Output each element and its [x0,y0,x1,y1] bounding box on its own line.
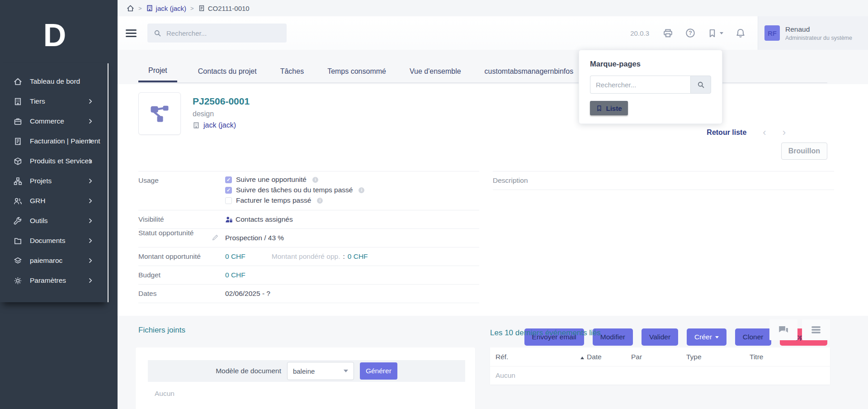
prev-record-arrow[interactable]: ‹ [763,127,766,138]
bookmarks-search-button[interactable] [690,76,711,94]
search-icon [154,29,161,37]
bookmarks-popup-title: Marque-pages [590,60,711,68]
print-button[interactable] [663,28,673,38]
opp-weighted-value: 0 CHF [348,252,368,261]
next-record-arrow[interactable]: › [783,127,786,138]
breadcrumb-separator: > [138,5,142,12]
events-col-titre[interactable]: Titre [750,353,830,361]
printer-icon [663,28,673,38]
sidebar-item-label: Tableau de bord [30,77,80,86]
user-menu[interactable]: RF Renaud Administrateur du système [758,16,868,50]
avatar: RF [764,25,780,41]
tab-customtabsmanagernbinfos[interactable]: customtabsmanagernbinfos [482,67,576,82]
checkbox-facturer-temps[interactable] [225,197,232,204]
home-icon [14,77,22,86]
user-name: Renaud [785,25,852,33]
opp-status-value: Prospection / 43 % [225,234,284,242]
project-thumbnail [138,92,181,135]
back-to-list-link[interactable]: Retour liste [707,128,746,137]
events-header: Les 10 derniers événements liés [490,319,830,340]
events-col-par[interactable]: Par [631,353,686,361]
document-model-select[interactable]: baleine [287,362,354,380]
tab-vue-densemble[interactable]: Vue d'ensemble [407,67,464,82]
help-button[interactable] [685,28,695,38]
building-icon [146,5,153,12]
field-label-dates: Dates [138,290,225,298]
tab-temps-consomme[interactable]: Temps consommé [325,67,389,82]
global-search[interactable] [147,24,287,43]
sidebar-item-grh[interactable]: GRH [0,191,108,211]
sidebar-item-projets[interactable]: Projets [0,171,108,191]
sidebar-item-label: Projets [30,177,52,185]
chevron-right-icon [88,278,93,283]
sidebar-item-produits-services[interactable]: Produits et Services [0,151,108,171]
attachments-card: Modèle de document baleine Générer Aucun [136,347,475,409]
users-icon [14,197,22,205]
tab-projet[interactable]: Projet [138,67,177,82]
info-icon[interactable]: i [359,187,364,193]
layers-icon [14,257,22,265]
tab-bar: Projet Contacts du projet Tâches Temps c… [138,62,827,83]
sidebar-item-tableau-de-bord[interactable]: Tableau de bord [0,71,108,91]
checkbox-suivre-opportunite[interactable] [225,176,232,183]
events-messages-button[interactable] [769,319,797,340]
info-icon[interactable]: i [312,177,318,183]
gear-icon [14,276,22,285]
events-col-ref[interactable]: Réf. [495,353,580,361]
sidebar-item-facturation[interactable]: Facturation | Paiement [0,131,108,151]
user-lock-icon [225,216,233,224]
edit-pencil-icon[interactable] [212,234,219,241]
home-icon[interactable] [127,5,134,12]
notifications-button[interactable] [736,28,745,38]
sidebar-item-label: Tiers [30,97,45,105]
bookmarks-list-button[interactable]: Liste [590,101,628,115]
attachments-title: Fichiers joints [138,326,185,335]
breadcrumb-current: CO2111-0010 [198,5,250,12]
sidebar-item-commerce[interactable]: Commerce [0,111,108,131]
sidebar-item-parametres[interactable]: Paramètres [0,271,108,290]
box-icon [14,157,22,166]
sidebar: D Tableau de bord Tiers Commerce Factura… [0,0,118,409]
events-table: Réf. Date Par Type Titre Aucun [490,347,830,385]
sidebar-item-documents[interactable]: Documents [0,231,108,251]
app-logo[interactable]: D [0,17,108,53]
project-diagram-icon [148,102,171,125]
breadcrumb: > jack (jack) > CO2111-0010 [118,0,868,16]
bookmark-icon [596,105,603,112]
project-ref[interactable]: PJ2506-0001 [193,96,250,107]
events-col-type[interactable]: Type [686,353,750,361]
project-fields-table: Usage Suivre une opportunité i Suivre de… [138,171,479,303]
field-label-statut-opportunite: Statut opportunité [138,229,225,247]
content-area: Projet Contacts du projet Tâches Temps c… [118,50,868,409]
info-icon[interactable]: i [317,198,323,204]
bookmarks-search-input[interactable] [590,76,690,94]
breadcrumb-thirdparty-link[interactable]: jack (jack) [146,5,187,12]
bookmarks-button[interactable] [708,29,723,38]
field-label-montant-opportunite: Montant opportunité [138,252,225,261]
sidebar-item-paiemaroc[interactable]: paiemaroc [0,251,108,271]
checkbox-suivre-taches[interactable] [225,187,232,194]
building-icon [193,122,200,129]
sidebar-item-label: Outils [30,217,48,225]
attachments-empty: Aucun [155,390,475,398]
field-label-usage: Usage [138,176,225,185]
main-area: > jack (jack) > CO2111-0010 20.0.3 RF Re [118,0,868,409]
opp-amount-value: 0 CHF [225,252,245,261]
generate-button[interactable]: Générer [360,362,397,380]
tab-contacts-du-projet[interactable]: Contacts du projet [195,67,259,82]
sidebar-item-label: Produits et Services [30,157,92,165]
menu-toggle-icon[interactable] [126,29,137,37]
sidebar-item-outils[interactable]: Outils [0,211,108,231]
tab-taches[interactable]: Tâches [278,67,307,82]
bell-icon [736,28,745,38]
breadcrumb-separator: > [190,5,194,12]
briefcase-icon [14,117,22,126]
events-list-button[interactable] [802,319,830,340]
events-col-date[interactable]: Date [580,353,631,361]
sidebar-item-tiers[interactable]: Tiers [0,91,108,111]
usage-option: Facturer le temps passé i [225,196,364,204]
caret-down-icon [720,32,723,34]
thirdparty-link[interactable]: jack (jack) [203,121,236,129]
search-input[interactable] [166,29,280,37]
budget-value: 0 CHF [225,271,245,279]
